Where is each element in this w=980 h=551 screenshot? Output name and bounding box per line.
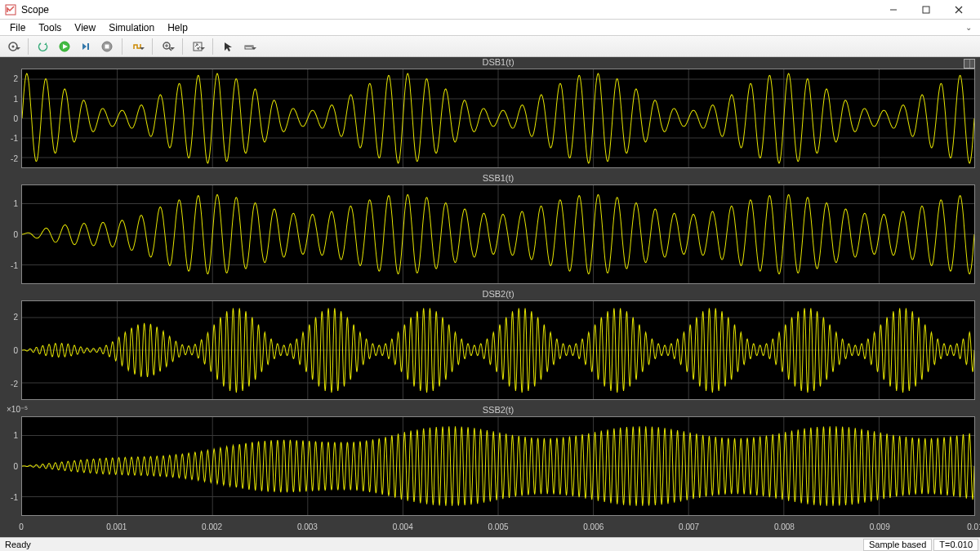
y-tick-label: 1 <box>0 198 18 207</box>
y-tick-label: -2 <box>0 379 18 388</box>
stop-button[interactable] <box>97 38 117 56</box>
menu-tools[interactable]: Tools <box>32 20 68 35</box>
plot-SSB1(t)[interactable]: SSB1(t)-101 <box>21 175 975 286</box>
y-tick-label: 2 <box>0 74 18 83</box>
plot-frame[interactable] <box>21 69 975 168</box>
x-tick-label: 0.002 <box>202 522 222 531</box>
status-mode: Sample based <box>863 539 932 551</box>
step-button[interactable] <box>76 38 96 56</box>
restart-button[interactable] <box>33 38 53 56</box>
svg-rect-8 <box>87 43 89 50</box>
minimize-button[interactable] <box>877 0 910 20</box>
svg-line-12 <box>169 48 172 51</box>
menu-help[interactable]: Help <box>161 20 194 35</box>
plot-title: SSB2(t) <box>21 405 975 415</box>
y-exponent-label: ×10⁻⁵ <box>7 405 28 414</box>
y-tick-label: 0 <box>0 114 18 123</box>
y-tick-label: 2 <box>0 313 18 322</box>
status-time: T=0.010 <box>933 539 978 551</box>
y-tick-label: 0 <box>0 462 18 471</box>
x-tick-label: 0.001 <box>106 522 127 531</box>
scope-area: DSB1(t)-2-1012SSB1(t)-101DSB2(t)-202SSB2… <box>0 57 980 537</box>
plot-frame[interactable] <box>21 300 975 400</box>
y-tick-label: 1 <box>0 430 18 439</box>
triggers-button[interactable] <box>127 38 147 56</box>
menu-view[interactable]: View <box>68 20 102 35</box>
measurements-button[interactable] <box>239 38 259 56</box>
y-tick-label: -1 <box>0 493 18 502</box>
plot-title: DSB2(t) <box>21 289 975 299</box>
x-tick-label: 0.007 <box>679 522 699 531</box>
y-tick-label: 1 <box>0 94 18 103</box>
y-tick-label: -1 <box>0 134 18 143</box>
maximize-button[interactable] <box>910 0 942 20</box>
y-tick-label: 0 <box>0 230 18 239</box>
menubar: File Tools View Simulation Help ⌄ <box>0 20 980 36</box>
plot-SSB2(t)[interactable]: SSB2(t)×10⁻⁵-101 <box>21 407 975 518</box>
x-tick-label: 0.004 <box>393 522 413 531</box>
plot-frame[interactable] <box>21 416 975 516</box>
x-axis: 00.0010.0020.0030.0040.0050.0060.0070.00… <box>21 522 975 535</box>
svg-rect-10 <box>105 44 109 48</box>
toolbar <box>0 36 980 57</box>
x-tick-label: 0.009 <box>870 522 890 531</box>
plot-DSB1(t)[interactable]: DSB1(t)-2-1012 <box>21 59 975 170</box>
cursor-button[interactable] <box>218 38 238 56</box>
plot-frame[interactable] <box>21 184 975 284</box>
x-tick-label: 0 <box>19 522 24 531</box>
svg-rect-2 <box>923 7 929 13</box>
plot-title: DSB1(t) <box>21 57 975 67</box>
x-tick-label: 0.006 <box>583 522 604 531</box>
svg-point-6 <box>12 45 15 47</box>
x-tick-label: 0.01 <box>967 522 980 531</box>
status-ready: Ready <box>2 540 31 549</box>
menubar-overflow-icon[interactable]: ⌄ <box>960 23 977 32</box>
close-button[interactable] <box>942 0 975 20</box>
plot-DSB2(t)[interactable]: DSB2(t)-202 <box>21 291 975 402</box>
plot-title: SSB1(t) <box>21 173 975 183</box>
titlebar: Scope <box>0 0 980 20</box>
menu-simulation[interactable]: Simulation <box>102 20 161 35</box>
y-tick-label: -1 <box>0 261 18 270</box>
x-tick-label: 0.005 <box>488 522 508 531</box>
play-button[interactable] <box>55 38 74 56</box>
window-title: Scope <box>21 4 49 16</box>
x-tick-label: 0.008 <box>774 522 795 531</box>
autoscale-button[interactable] <box>188 38 207 56</box>
y-tick-label: -2 <box>0 153 18 162</box>
settings-button[interactable] <box>3 38 23 56</box>
x-tick-label: 0.003 <box>297 522 318 531</box>
menu-file[interactable]: File <box>3 20 32 35</box>
zoom-button[interactable] <box>158 38 177 56</box>
y-tick-label: 0 <box>0 346 18 355</box>
statusbar: Ready Sample based T=0.010 <box>0 537 980 551</box>
app-icon <box>5 4 16 16</box>
